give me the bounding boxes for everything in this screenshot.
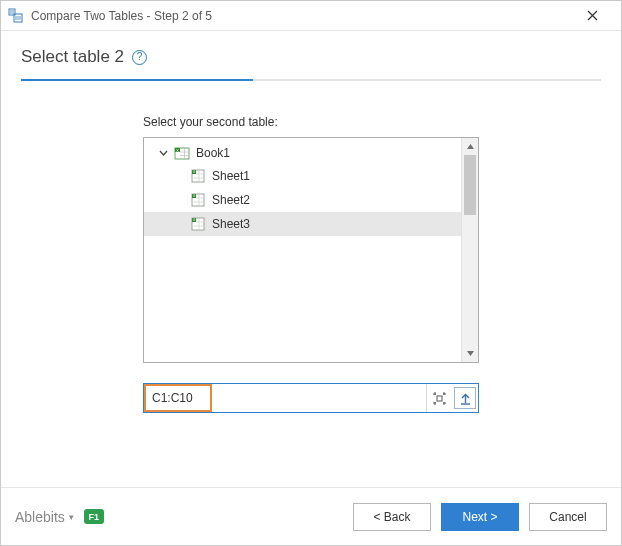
range-input-wrap <box>144 384 426 412</box>
sheet-icon: X <box>190 192 206 208</box>
chevron-down-icon: ▾ <box>69 512 74 522</box>
brand[interactable]: Ablebits ▾ <box>15 509 74 525</box>
page-title-row: Select table 2 ? <box>21 47 601 67</box>
range-input[interactable] <box>144 384 426 412</box>
svg-rect-34 <box>437 396 442 401</box>
range-buttons <box>426 384 478 412</box>
tree: X Book1 <box>144 138 461 240</box>
tree-scroll: X Book1 <box>144 138 461 362</box>
sheet-icon: X <box>190 168 206 184</box>
panel-label: Select your second table: <box>143 115 479 129</box>
sheet-label: Sheet1 <box>212 169 250 183</box>
help-icon[interactable]: ? <box>132 50 147 65</box>
svg-marker-32 <box>467 144 474 149</box>
body: Select your second table: <box>1 89 621 487</box>
panel: Select your second table: <box>143 115 479 487</box>
app-icon <box>7 7 25 25</box>
cancel-button[interactable]: Cancel <box>529 503 607 531</box>
tree-sheet[interactable]: X Sheet3 <box>144 212 461 236</box>
sheet-label: Sheet2 <box>212 193 250 207</box>
close-icon <box>587 10 598 21</box>
scroll-thumb[interactable] <box>464 155 476 215</box>
select-range-button[interactable] <box>426 384 452 412</box>
titlebar: Compare Two Tables - Step 2 of 5 <box>1 1 621 31</box>
scroll-track[interactable] <box>462 155 478 345</box>
header: Select table 2 ? <box>1 31 621 89</box>
progress-bar <box>21 79 601 81</box>
svg-text:X: X <box>176 149 179 153</box>
range-row <box>143 383 479 413</box>
footer: Ablebits ▾ F1 < Back Next > Cancel <box>1 487 621 545</box>
next-button[interactable]: Next > <box>441 503 519 531</box>
brand-label: Ablebits <box>15 509 65 525</box>
dialog-window: Compare Two Tables - Step 2 of 5 Select … <box>0 0 622 546</box>
progress-fill <box>21 79 253 81</box>
workbook-label: Book1 <box>196 146 230 160</box>
expand-icon <box>459 392 472 405</box>
tree-sheet[interactable]: X Sheet2 <box>144 188 461 212</box>
tree-sheet[interactable]: X Sheet1 <box>144 164 461 188</box>
chevron-down-icon <box>158 148 168 158</box>
sheet-label: Sheet3 <box>212 217 250 231</box>
tree-container: X Book1 <box>143 137 479 363</box>
back-button[interactable]: < Back <box>353 503 431 531</box>
svg-marker-33 <box>467 351 474 356</box>
vertical-scrollbar[interactable] <box>461 138 478 362</box>
page-title: Select table 2 <box>21 47 124 67</box>
scroll-down-icon[interactable] <box>462 345 478 362</box>
window-title: Compare Two Tables - Step 2 of 5 <box>31 9 571 23</box>
close-button[interactable] <box>571 2 613 30</box>
scroll-up-icon[interactable] <box>462 138 478 155</box>
workbook-icon: X <box>174 145 190 161</box>
expand-range-button[interactable] <box>454 387 476 409</box>
tree-workbook[interactable]: X Book1 <box>144 142 461 164</box>
select-range-icon <box>432 391 447 406</box>
help-key-badge[interactable]: F1 <box>84 509 104 524</box>
sheet-icon: X <box>190 216 206 232</box>
